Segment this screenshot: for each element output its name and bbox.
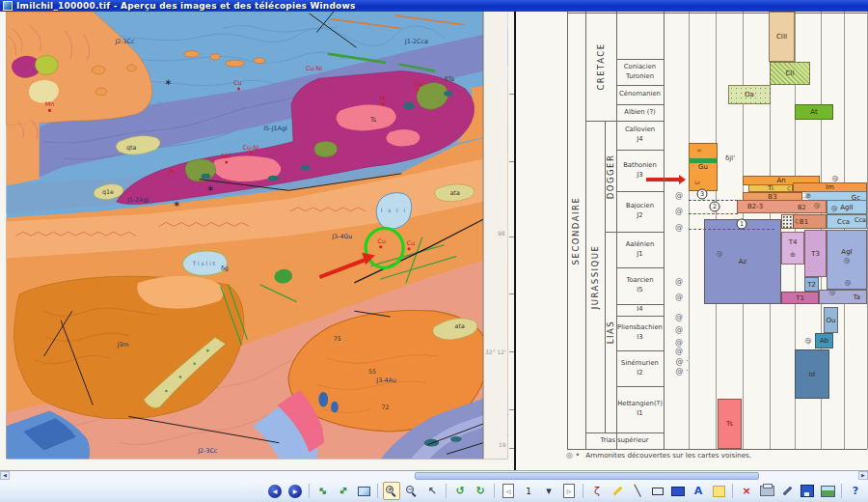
stage-cell: BathonienJ3 (616, 150, 664, 191)
highlight-annotation-button[interactable] (609, 482, 626, 500)
best-fit-button-icon: ↔ (316, 484, 330, 497)
legend-box-Gu: Gu (689, 143, 718, 191)
margin-coordinate-label: 32° 12' (485, 349, 506, 355)
stage-text: Aalénien (626, 240, 655, 250)
map-label: Cu-Ni (306, 65, 322, 71)
map-label: 72 (382, 404, 390, 410)
map-label: I s l i (381, 208, 407, 213)
map-label: Cu (378, 237, 386, 244)
stage-cell: PliensbachienI3 (616, 316, 664, 350)
next-page-button-icon: ▷ (563, 484, 575, 498)
title-bar[interactable]: Imilchil_100000.tif - Aperçu des images … (0, 0, 868, 12)
print-button[interactable] (758, 482, 775, 500)
chart-symbol: ω (694, 180, 700, 186)
map-label: J2-3Cc (114, 38, 135, 45)
era-text: SECONDAIRE (572, 196, 582, 265)
legend-box-label: Ou (825, 317, 837, 324)
zoom-in-button-icon: + (386, 486, 397, 497)
freehand-annotation-button[interactable]: ζ (588, 482, 606, 500)
stage-text: J2 (637, 211, 642, 221)
map-label: I5-J1AgI (263, 125, 287, 132)
page-dropdown[interactable]: ▾ (540, 482, 557, 500)
margin-tick (509, 94, 514, 95)
map-orange-leftstrip (7, 123, 40, 185)
text-annotation-button[interactable]: A (690, 482, 707, 500)
save-button[interactable] (799, 482, 816, 500)
chart-symbol: ς (787, 185, 791, 192)
stage-text: Callovien (625, 126, 655, 135)
map-label: J3-4Au (375, 376, 396, 384)
stage-text: Trias supérieur (600, 436, 648, 446)
map-label: J1-2AgI (126, 196, 149, 204)
line-annotation-button-icon: ╲ (635, 486, 641, 496)
rotate-clockwise-button[interactable]: ↻ (472, 482, 489, 500)
legend-box-Oa: Oa (728, 85, 771, 104)
era-label-jurassique: JURASSIQUE (585, 121, 605, 432)
select-tool-button[interactable]: ↖ (423, 482, 441, 500)
select-tool-button-icon: ↖ (427, 486, 436, 496)
stage-cell: SinémurienI2 (616, 350, 664, 386)
era-text: JURASSIQUE (590, 244, 600, 309)
zoom-out-button[interactable]: − (403, 482, 420, 500)
open-editor-button[interactable] (819, 482, 836, 500)
map-label: J1-2Cca (404, 38, 428, 45)
next-page-button[interactable]: ▷ (560, 482, 578, 500)
rectangle-annotation-button[interactable] (649, 482, 666, 500)
chart-symbol: @ (675, 192, 683, 200)
stage-text: I4 (637, 305, 642, 315)
map-viewport[interactable]: ∗∗∗ J2-3CcJ1-2CcaCuMCuTsδTaMnI5-J1AgICu-… (0, 12, 514, 470)
next-image-button[interactable]: ▶ (286, 482, 304, 500)
era-label-lias: LIAS (605, 232, 616, 432)
map-label: 507 (221, 153, 232, 159)
previous-image-button[interactable]: ◀ (266, 482, 284, 500)
scroll-right-button[interactable]: ▶ (858, 471, 868, 480)
scrollbar-thumb[interactable] (415, 472, 759, 480)
viewer-toolbar: ◀▶↔↕+−↖↺↻◁1▾▷ζ╲A×? (0, 480, 868, 502)
map-label: Tislit (192, 261, 217, 266)
previous-image-button-icon: ◀ (268, 485, 282, 498)
previous-page-button[interactable]: ◁ (500, 482, 517, 500)
actual-size-button[interactable]: ↕ (335, 482, 352, 500)
stage-cell: CallovienJ4 (616, 121, 664, 150)
delete-annotation-button[interactable]: × (738, 482, 755, 500)
note-annotation-button[interactable] (710, 482, 727, 500)
picture-fax-viewer-window: Imilchil_100000.tif - Aperçu des images … (0, 0, 868, 502)
toolbar-separator (732, 484, 733, 498)
stage-text: J3 (637, 171, 642, 181)
chart-symbol: @ (831, 206, 838, 212)
help-button[interactable]: ? (847, 482, 864, 500)
legend-box-label: CIII (770, 33, 794, 41)
ammonite-symbol-icon: ◎ • (566, 451, 580, 460)
edit-button[interactable] (778, 482, 796, 500)
best-fit-button[interactable]: ↔ (314, 482, 332, 500)
line-annotation-button[interactable]: ╲ (629, 482, 646, 500)
toolbar-separator (494, 484, 495, 498)
rotate-counterclockwise-button[interactable]: ↺ (451, 482, 469, 500)
page-number-label[interactable]: 1 (520, 482, 537, 500)
stage-text: Toarcien (626, 276, 653, 286)
era-label-secondaire: SECONDAIRE (567, 12, 585, 449)
next-image-button-icon: ▶ (288, 485, 302, 498)
slideshow-button[interactable] (355, 482, 372, 500)
map-label: M (380, 95, 385, 101)
legend-box-label: Ta (820, 293, 866, 301)
print-button-icon (760, 486, 774, 496)
margin-tick (509, 161, 514, 162)
solid-rectangle-annotation-button[interactable] (669, 482, 687, 500)
stage-cell: Albien (?) (616, 104, 664, 121)
chart-symbol: @ (675, 339, 683, 347)
chart-symbol: @ (675, 314, 683, 321)
chart-symbol: @ · (675, 368, 688, 376)
open-editor-button-icon (821, 486, 835, 497)
horizontal-scrollbar[interactable]: ◀ ▶ (0, 470, 868, 480)
chart-symbol: @ · (675, 358, 688, 366)
legend-box-label: Gu (690, 163, 717, 171)
stage-cell: Trias supérieur (585, 432, 664, 449)
legend-page[interactable]: ◎ • Ammonites découvertes sur les cartes… (514, 12, 868, 470)
stage-text: I5 (637, 286, 642, 295)
actual-size-button-icon: ↕ (337, 484, 350, 497)
stage-cell: ConiacienTuronien (616, 59, 664, 85)
scroll-left-button[interactable]: ◀ (0, 471, 10, 480)
zoom-in-button[interactable]: + (383, 482, 400, 500)
delete-annotation-button-icon: × (742, 486, 750, 496)
